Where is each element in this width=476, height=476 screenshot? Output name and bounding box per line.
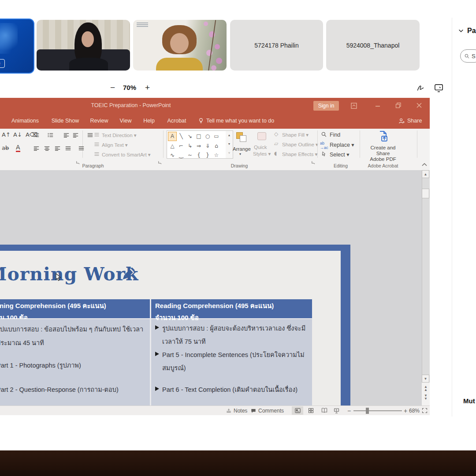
- tab-slide-show[interactable]: Slide Show: [52, 118, 79, 124]
- shape-home-icon[interactable]: ⌂: [212, 142, 221, 150]
- ppt-tab-bar: Animations Slide Show Review View Help A…: [0, 114, 430, 129]
- tell-me-box[interactable]: Tell me what you want to do: [206, 118, 274, 124]
- minimize-icon[interactable]: [375, 103, 381, 109]
- replace-button[interactable]: Replace ▾: [330, 141, 354, 148]
- arrange-icon-2: [240, 135, 246, 142]
- shape-effects-button[interactable]: Shape Effects ▾: [282, 151, 317, 157]
- shape-arc-icon[interactable]: ‿: [177, 151, 186, 160]
- select-button[interactable]: Select ▾: [330, 151, 350, 158]
- numbering-icon[interactable]: [47, 131, 54, 139]
- shape-elbowarrow-icon[interactable]: ↳: [186, 142, 194, 150]
- shape-oval-icon[interactable]: ○: [203, 132, 212, 141]
- shape-curve-icon[interactable]: ~: [186, 151, 194, 160]
- annotate-icon[interactable]: [416, 83, 425, 93]
- notes-button[interactable]: Notes: [234, 408, 247, 414]
- create-share-pdf-button[interactable]: Create and ShareAdobe PDF: [363, 130, 403, 162]
- find-button[interactable]: Find: [330, 132, 340, 138]
- convert-smartart-button[interactable]: Convert to SmartArt ▾: [102, 152, 151, 158]
- ppt-share-button[interactable]: Share: [407, 118, 422, 124]
- line-spacing-icon[interactable]: [86, 131, 94, 139]
- shape-arrow-icon[interactable]: ↘: [186, 132, 194, 141]
- tab-view[interactable]: View: [120, 118, 132, 124]
- video-tile-name-2[interactable]: 5924008_Thanapol: [326, 20, 420, 71]
- shape-triangle-icon[interactable]: △: [168, 142, 177, 150]
- shape-bracel-icon[interactable]: {: [194, 151, 203, 160]
- shape-line-icon[interactable]: ╲: [177, 132, 186, 141]
- text-direction-button[interactable]: Text Direction ▾: [102, 132, 137, 138]
- shape-bracer-icon[interactable]: }: [203, 151, 212, 160]
- video-tile-name-1[interactable]: 5724178 Phailin: [230, 20, 323, 71]
- shapes-scroll[interactable]: ▲▼▿: [226, 130, 233, 159]
- tab-help[interactable]: Help: [143, 118, 155, 124]
- view-sorter-icon[interactable]: [308, 407, 314, 414]
- align-text-icon[interactable]: [93, 141, 100, 148]
- justify-icon[interactable]: [64, 145, 72, 152]
- shapes-gallery[interactable]: A╲↘□○▭ △⌐↳⇒⇓⌂ ∿‿~{}☆: [167, 130, 227, 159]
- tab-acrobat[interactable]: Acrobat: [167, 118, 186, 124]
- shape-blockarrow-right-icon[interactable]: ⇒: [194, 142, 203, 150]
- close-icon[interactable]: [416, 102, 422, 108]
- status-zoom-out[interactable]: −: [347, 407, 351, 414]
- columns-icon[interactable]: [78, 145, 85, 152]
- fit-slide-icon[interactable]: [421, 407, 428, 414]
- comments-button[interactable]: Comments: [258, 408, 284, 414]
- align-right-icon[interactable]: [54, 145, 61, 152]
- remote-display-icon[interactable]: [434, 83, 444, 93]
- zoom-out-button[interactable]: −: [110, 83, 115, 93]
- previous-slide-button[interactable]: ▲▲: [423, 385, 429, 391]
- shape-rect-icon[interactable]: □: [194, 132, 203, 141]
- collapse-panel-chevron-icon[interactable]: [457, 27, 465, 34]
- participant-search-input[interactable]: S: [460, 49, 476, 63]
- scrollbar-track[interactable]: [422, 170, 430, 383]
- mute-all-button[interactable]: Mut: [463, 397, 475, 405]
- align-left-icon[interactable]: [33, 145, 40, 152]
- zoom-in-button[interactable]: +: [145, 83, 150, 93]
- video-tile-participant-2[interactable]: [133, 20, 227, 71]
- taskbar: ค้นหา myhp: [0, 450, 476, 476]
- shape-elbow-icon[interactable]: ⌐: [177, 142, 186, 150]
- view-reading-icon[interactable]: [321, 407, 328, 414]
- shape-freeform-icon[interactable]: ∿: [168, 151, 177, 160]
- collapse-ribbon-icon[interactable]: [421, 162, 428, 167]
- shrink-font-icon[interactable]: A↓: [13, 131, 22, 138]
- shape-blockarrow-down-icon[interactable]: ⇓: [203, 142, 212, 150]
- drawing-dialog-launcher-icon[interactable]: [311, 160, 315, 164]
- shape-outline-button[interactable]: Shape Outline ▾: [282, 141, 318, 148]
- smartart-icon[interactable]: [93, 151, 100, 157]
- status-zoom-level[interactable]: 68%: [409, 408, 420, 414]
- align-text-button[interactable]: Align Text ▾: [102, 142, 128, 148]
- scroll-up-button[interactable]: ▲: [422, 170, 429, 178]
- restore-icon[interactable]: [395, 102, 402, 108]
- ribbon-options-icon[interactable]: [351, 103, 357, 109]
- zoom-slider-thumb[interactable]: [366, 408, 369, 414]
- tab-animations[interactable]: Animations: [11, 118, 39, 124]
- video-tile-screenshare[interactable]: ohost) ↑: [0, 19, 34, 74]
- slideshow-icon[interactable]: [333, 407, 340, 414]
- next-slide-button[interactable]: ▼▼: [423, 394, 429, 400]
- ppt-titlebar[interactable]: TOEIC Preparation - PowerPoint Sign in: [0, 98, 430, 114]
- grow-font-icon[interactable]: A↑: [2, 131, 11, 138]
- slide-canvas[interactable]: Morning Work Listening Comprehension (49…: [0, 170, 422, 405]
- highlight-icon[interactable]: ab̶: [2, 145, 9, 151]
- shape-fill-button[interactable]: Shape Fill ▾: [282, 132, 309, 138]
- tab-review[interactable]: Review: [90, 118, 108, 124]
- sign-in-button[interactable]: Sign in: [313, 101, 339, 111]
- bullets-icon[interactable]: [33, 131, 40, 139]
- font-dialog-launcher-icon[interactable]: [76, 160, 80, 164]
- status-zoom-in[interactable]: +: [404, 407, 407, 414]
- text-direction-icon[interactable]: [93, 131, 100, 138]
- scroll-down-button[interactable]: ▼: [422, 375, 429, 383]
- font-color-icon[interactable]: A: [16, 144, 20, 152]
- shape-roundrect-icon[interactable]: ▭: [212, 132, 221, 141]
- zoom-slider-track[interactable]: [353, 410, 402, 411]
- view-normal-button[interactable]: [292, 406, 303, 415]
- video-tile-participant-1[interactable]: [37, 20, 130, 71]
- indent-decrease-icon[interactable]: [63, 131, 70, 139]
- shape-textbox-icon[interactable]: A: [168, 132, 177, 141]
- scrollbar-thumb[interactable]: [422, 189, 429, 198]
- paragraph-dialog-launcher-icon[interactable]: [158, 160, 162, 164]
- replace-icon: ab→ac: [320, 141, 328, 150]
- shape-star-icon[interactable]: ☆: [212, 151, 221, 160]
- align-center-icon[interactable]: [43, 145, 51, 152]
- indent-increase-icon[interactable]: [72, 131, 79, 139]
